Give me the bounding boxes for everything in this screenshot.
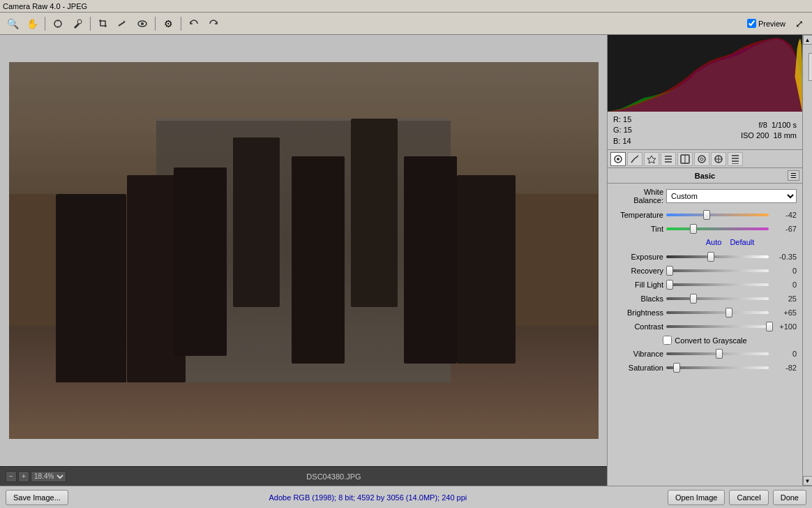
white-balance-row: White Balance: Custom As Shot Auto Dayli… [613, 188, 797, 204]
redeye-tool[interactable] [134, 15, 151, 32]
temperature-row: Temperature -42 [613, 210, 797, 220]
saturation-track [666, 366, 769, 369]
save-image-btn[interactable]: Save Image... [6, 490, 68, 505]
toolbar-separator-4 [181, 17, 181, 31]
straighten-tool[interactable] [114, 15, 131, 32]
r-value: R: 15 [613, 114, 632, 125]
tint-slider[interactable] [666, 224, 769, 234]
presets-btn[interactable] [728, 152, 743, 166]
tint-thumb[interactable] [690, 224, 697, 234]
recovery-track [666, 269, 769, 272]
recovery-slider[interactable] [666, 266, 769, 276]
wb-label: White Balance: [613, 188, 663, 204]
recovery-value: 0 [772, 267, 797, 275]
preview-checkbox[interactable] [747, 19, 756, 28]
wb-select[interactable]: Custom As Shot Auto Daylight Cloudy Tung… [666, 189, 797, 203]
preview-checkbox-label[interactable]: Preview [747, 19, 785, 28]
camera-info: f/8 1/100 s ISO 200 18 mm [741, 120, 797, 142]
done-btn[interactable]: Done [773, 490, 806, 505]
open-image-btn[interactable]: Open Image [668, 490, 725, 505]
zoom-select[interactable]: 18.4% 25% 50% 100% [31, 471, 66, 482]
right-section: R: 15 G: 15 B: 14 f/8 1/100 s ISO 200 18… [607, 35, 812, 486]
split-tone-btn[interactable] [677, 152, 693, 166]
contrast-row: Contrast +100 [613, 322, 797, 331]
grayscale-label[interactable]: Convert to Grayscale [675, 336, 746, 345]
vibrance-value: 0 [772, 350, 797, 358]
image-info[interactable]: Adobe RGB (1998); 8 bit; 4592 by 3056 (1… [269, 493, 467, 502]
exposure-thumb[interactable] [707, 252, 714, 262]
auto-link[interactable]: Auto [706, 238, 722, 246]
temperature-value: -42 [772, 211, 797, 219]
exposure-slider[interactable] [666, 252, 769, 262]
zoom-in-btn[interactable]: + [18, 471, 29, 482]
vibrance-slider[interactable] [666, 349, 769, 359]
color-sampler-tool[interactable] [69, 15, 86, 32]
temperature-label: Temperature [613, 211, 663, 219]
saturation-value: -82 [772, 364, 797, 372]
vibrance-label: Vibrance [613, 350, 663, 358]
panel-title: Basic [695, 172, 715, 180]
hand-tool[interactable]: ✋ [24, 15, 40, 32]
zoom-tool[interactable]: 🔍 [4, 15, 21, 32]
action-buttons: Open Image Cancel Done [668, 490, 806, 505]
main-layout: − + 18.4% 25% 50% 100% DSC04380.JPG [0, 35, 812, 486]
image-canvas [0, 35, 607, 466]
basic-panel-btn[interactable] [610, 152, 626, 166]
blacks-thumb[interactable] [690, 294, 697, 304]
scroll-down-arrow[interactable]: ▼ [803, 476, 813, 486]
cancel-btn[interactable]: Cancel [729, 490, 768, 505]
tint-label: Tint [613, 225, 663, 233]
zoom-controls: − + 18.4% 25% 50% 100% [6, 471, 66, 482]
fill-light-label: Fill Light [613, 281, 663, 289]
contrast-value: +100 [772, 322, 797, 331]
temperature-slider[interactable] [666, 210, 769, 220]
svg-point-14 [698, 156, 705, 163]
blacks-slider[interactable] [666, 294, 769, 304]
temperature-thumb[interactable] [703, 210, 710, 220]
vibrance-thumb[interactable] [716, 349, 723, 359]
rotate-cw-tool[interactable] [205, 15, 222, 32]
hsl-btn[interactable] [661, 152, 676, 166]
app-container: 🔍 ✋ ⚙ Preview [0, 13, 812, 508]
saturation-row: Saturation -82 [613, 363, 797, 373]
right-scrollbar: ▲ ▼ [802, 35, 812, 486]
fullscreen-btn[interactable]: ⤢ [791, 15, 808, 32]
saturation-thumb[interactable] [673, 363, 680, 373]
contrast-thumb[interactable] [766, 322, 773, 331]
svg-point-15 [700, 158, 703, 160]
g-value: G: 15 [613, 125, 632, 135]
panel-menu-btn[interactable]: ☰ [788, 170, 799, 181]
white-balance-tool[interactable] [50, 15, 66, 32]
lens-btn[interactable] [694, 152, 709, 166]
brightness-label: Brightness [613, 308, 663, 317]
histogram [608, 35, 802, 112]
brightness-thumb[interactable] [725, 308, 732, 318]
photo-display [9, 62, 599, 439]
grayscale-checkbox[interactable] [663, 336, 672, 345]
tone-curve-btn[interactable] [627, 152, 642, 166]
default-link[interactable]: Default [730, 238, 754, 246]
rotate-ccw-tool[interactable] [186, 15, 202, 32]
scene-tint [9, 62, 599, 439]
brightness-slider[interactable] [666, 308, 769, 318]
contrast-slider[interactable] [666, 322, 769, 331]
crop-tool[interactable] [95, 15, 112, 32]
fill-light-thumb[interactable] [666, 280, 673, 290]
titlebar: Camera Raw 4.0 - JPEG [0, 0, 812, 13]
preview-label: Preview [758, 20, 785, 28]
exposure-label: Exposure [613, 253, 663, 261]
scroll-thumb[interactable] [809, 53, 813, 81]
vibrance-row: Vibrance 0 [613, 349, 797, 359]
calibration-btn[interactable] [711, 152, 726, 166]
scroll-up-arrow[interactable]: ▲ [803, 35, 813, 45]
exposure-row: Exposure -0.35 [613, 252, 797, 262]
zoom-out-btn[interactable]: − [6, 471, 17, 482]
adjustments-panel: White Balance: Custom As Shot Auto Dayli… [608, 184, 802, 486]
image-footer: − + 18.4% 25% 50% 100% DSC04380.JPG [0, 466, 607, 486]
fill-light-slider[interactable] [666, 280, 769, 290]
preferences-tool[interactable]: ⚙ [160, 15, 176, 32]
recovery-thumb[interactable] [666, 266, 673, 276]
detail-btn[interactable] [644, 152, 659, 166]
rgb-values: R: 15 G: 15 B: 14 [613, 114, 632, 147]
saturation-slider[interactable] [666, 363, 769, 373]
